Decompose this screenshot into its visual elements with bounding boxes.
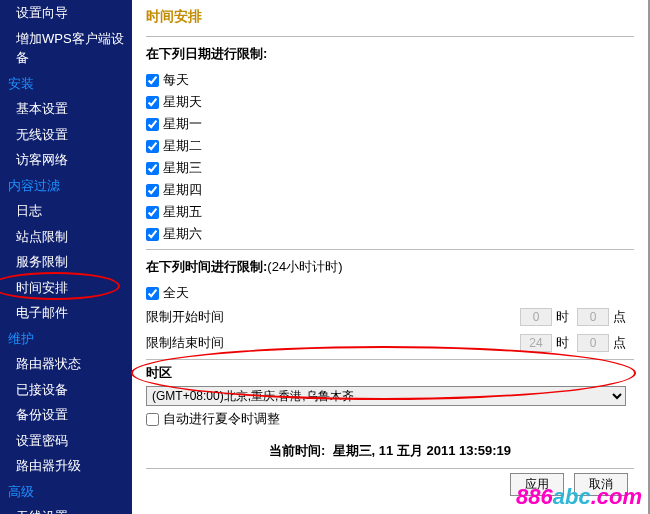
sidebar-item-guest[interactable]: 访客网络 bbox=[0, 147, 132, 173]
checkbox-sunday[interactable] bbox=[146, 96, 159, 109]
hour-unit2: 时 bbox=[556, 334, 569, 352]
hour-unit: 时 bbox=[556, 308, 569, 326]
sidebar-item-log[interactable]: 日志 bbox=[0, 198, 132, 224]
sidebar-item-router-status[interactable]: 路由器状态 bbox=[0, 351, 132, 377]
label-wednesday: 星期三 bbox=[163, 159, 202, 177]
date-section-label: 在下列日期进行限制: bbox=[146, 37, 634, 69]
checkbox-monday[interactable] bbox=[146, 118, 159, 131]
sidebar-item-wizard[interactable]: 设置向导 bbox=[0, 0, 132, 26]
time-section-label: 在下列时间进行限制:(24小时计时) bbox=[146, 250, 634, 282]
sidebar-header-advanced: 高级 bbox=[0, 479, 132, 505]
sidebar-item-basic[interactable]: 基本设置 bbox=[0, 96, 132, 122]
checkbox-allday[interactable] bbox=[146, 287, 159, 300]
end-hour-input[interactable] bbox=[520, 334, 552, 352]
sidebar-item-attached[interactable]: 已接设备 bbox=[0, 377, 132, 403]
label-monday: 星期一 bbox=[163, 115, 202, 133]
checkbox-thursday[interactable] bbox=[146, 184, 159, 197]
sidebar-item-schedule[interactable]: 时间安排 bbox=[0, 275, 132, 301]
current-time: 当前时间: 星期三, 11 五月 2011 13:59:19 bbox=[146, 432, 634, 468]
end-min-input[interactable] bbox=[577, 334, 609, 352]
sidebar-item-password[interactable]: 设置密码 bbox=[0, 428, 132, 454]
label-friday: 星期五 bbox=[163, 203, 202, 221]
label-thursday: 星期四 bbox=[163, 181, 202, 199]
label-everyday: 每天 bbox=[163, 71, 189, 89]
start-time-label: 限制开始时间 bbox=[146, 308, 256, 326]
checkbox-saturday[interactable] bbox=[146, 228, 159, 241]
sidebar-item-upgrade[interactable]: 路由器升级 bbox=[0, 453, 132, 479]
sidebar-header-maintenance: 维护 bbox=[0, 326, 132, 352]
checkbox-everyday[interactable] bbox=[146, 74, 159, 87]
sidebar-header-filter: 内容过滤 bbox=[0, 173, 132, 199]
label-tuesday: 星期二 bbox=[163, 137, 202, 155]
checkbox-tuesday[interactable] bbox=[146, 140, 159, 153]
sidebar-header-install: 安装 bbox=[0, 71, 132, 97]
timezone-label: 时区 bbox=[146, 362, 634, 386]
sidebar-item-service-limit[interactable]: 服务限制 bbox=[0, 249, 132, 275]
start-hour-input[interactable] bbox=[520, 308, 552, 326]
apply-button[interactable]: 应用 bbox=[510, 473, 564, 496]
sidebar-item-wireless[interactable]: 无线设置 bbox=[0, 122, 132, 148]
label-allday: 全天 bbox=[163, 284, 189, 302]
sidebar-item-adv-wireless[interactable]: 无线设置 bbox=[0, 504, 132, 514]
min-unit: 点 bbox=[613, 308, 626, 326]
label-saturday: 星期六 bbox=[163, 225, 202, 243]
min-unit2: 点 bbox=[613, 334, 626, 352]
sidebar-item-wps[interactable]: 增加WPS客户端设备 bbox=[0, 26, 132, 71]
panel-title: 时间安排 bbox=[132, 0, 648, 36]
start-min-input[interactable] bbox=[577, 308, 609, 326]
label-dst: 自动进行夏令时调整 bbox=[163, 410, 280, 428]
label-sunday: 星期天 bbox=[163, 93, 202, 111]
sidebar-item-email[interactable]: 电子邮件 bbox=[0, 300, 132, 326]
sidebar-item-site-limit[interactable]: 站点限制 bbox=[0, 224, 132, 250]
cancel-button[interactable]: 取消 bbox=[574, 473, 628, 496]
sidebar-item-backup[interactable]: 备份设置 bbox=[0, 402, 132, 428]
end-time-label: 限制结束时间 bbox=[146, 334, 256, 352]
timezone-select[interactable]: (GMT+08:00)北京,重庆,香港,乌鲁木齐 bbox=[146, 386, 626, 406]
checkbox-friday[interactable] bbox=[146, 206, 159, 219]
checkbox-dst[interactable] bbox=[146, 413, 159, 426]
main-panel: 时间安排 在下列日期进行限制: 每天 星期天 星期一 星期二 星期三 星期四 星… bbox=[132, 0, 650, 514]
checkbox-wednesday[interactable] bbox=[146, 162, 159, 175]
sidebar: 设置向导 增加WPS客户端设备 安装 基本设置 无线设置 访客网络 内容过滤 日… bbox=[0, 0, 132, 514]
